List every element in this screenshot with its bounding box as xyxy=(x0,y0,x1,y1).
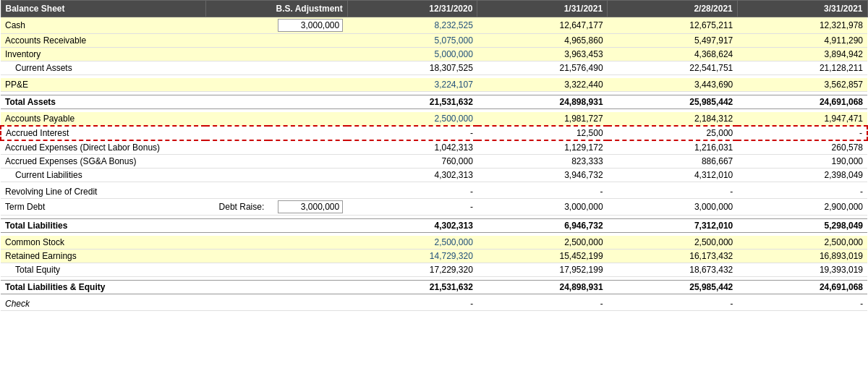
label-check: Check xyxy=(1,297,205,311)
mar2021-ppe: 3,562,857 xyxy=(737,78,867,92)
row-total-liabilities-equity: Total Liabilities & Equity21,531,63224,8… xyxy=(1,281,867,294)
adj-label-accounts-payable xyxy=(205,112,268,126)
feb2021-retained-earnings: 16,173,432 xyxy=(608,250,738,263)
adj-value-accrued-expenses-dl xyxy=(268,140,347,155)
jan2021-current-liabilities: 3,946,732 xyxy=(477,169,608,182)
jan2021-common-stock: 2,500,000 xyxy=(477,236,608,250)
adj-label-accrued-expenses-dl xyxy=(205,140,268,155)
jan2021-accounts-receivable: 4,965,860 xyxy=(477,34,608,48)
dec2020-current-liabilities: 4,302,313 xyxy=(347,169,477,182)
adj-value-accrued-expenses-sga xyxy=(268,155,347,169)
feb2021-cash: 12,675,211 xyxy=(608,17,738,34)
feb2021-accrued-interest: 25,000 xyxy=(608,126,738,140)
label-accrued-expenses-dl: Accrued Expenses (Direct Labor Bonus) xyxy=(1,140,205,155)
feb2021-accrued-expenses-dl: 1,216,031 xyxy=(608,140,738,155)
label-accrued-interest: Accrued Interest xyxy=(1,126,205,140)
label-total-equity: Total Equity xyxy=(1,263,205,277)
header-feb-2021: 2/28/2021 xyxy=(608,1,738,17)
adj-value-revolving-loc xyxy=(268,185,347,199)
mar2021-revolving-loc: - xyxy=(737,185,867,199)
adj-value-check xyxy=(268,297,347,311)
balance-sheet-table: Balance Sheet B.S. Adjustment 12/31/2020… xyxy=(0,0,868,311)
label-accounts-payable: Accounts Payable xyxy=(1,112,205,126)
jan2021-cash: 12,647,177 xyxy=(477,17,608,34)
label-revolving-loc: Revolving Line of Credit xyxy=(1,185,205,199)
mar2021-total-assets: 24,691,068 xyxy=(737,95,867,109)
dec2020-total-assets: 21,531,632 xyxy=(347,95,477,109)
row-accrued-interest: Accrued Interest-12,50025,000- xyxy=(1,126,867,140)
jan2021-revolving-loc: - xyxy=(477,185,608,199)
mar2021-accrued-expenses-dl: 260,578 xyxy=(737,140,867,155)
dec2020-accrued-interest: - xyxy=(347,126,477,140)
jan2021-check: - xyxy=(477,297,608,311)
adj-value-term-debt[interactable] xyxy=(268,199,347,216)
adj-label-revolving-loc xyxy=(205,185,268,199)
jan2021-current-assets: 21,576,490 xyxy=(477,61,608,75)
mar2021-total-equity: 19,393,019 xyxy=(737,263,867,277)
label-accounts-receivable: Accounts Receivable xyxy=(1,34,205,48)
label-total-liabilities-equity: Total Liabilities & Equity xyxy=(1,281,205,294)
dec2020-total-liabilities-equity: 21,531,632 xyxy=(347,281,477,294)
feb2021-revolving-loc: - xyxy=(608,185,738,199)
feb2021-total-liabilities-equity: 25,985,442 xyxy=(608,281,738,294)
feb2021-total-equity: 18,673,432 xyxy=(608,263,738,277)
header-mar-2021: 3/31/2021 xyxy=(737,1,867,17)
header-row: Balance Sheet B.S. Adjustment 12/31/2020… xyxy=(1,1,867,17)
header-balance-sheet: Balance Sheet xyxy=(1,1,205,17)
jan2021-inventory: 3,963,453 xyxy=(477,48,608,61)
mar2021-accounts-receivable: 4,911,290 xyxy=(737,34,867,48)
feb2021-total-liabilities: 7,312,010 xyxy=(608,219,738,233)
adj-value-inventory xyxy=(268,48,347,61)
mar2021-accounts-payable: 1,947,471 xyxy=(737,112,867,126)
dec2020-current-assets: 18,307,525 xyxy=(347,61,477,75)
header-bs-adjustment: B.S. Adjustment xyxy=(205,1,347,17)
dec2020-accounts-receivable: 5,075,000 xyxy=(347,34,477,48)
jan2021-total-liabilities-equity: 24,898,931 xyxy=(477,281,608,294)
row-accrued-expenses-sga: Accrued Expenses (SG&A Bonus)760,000823,… xyxy=(1,155,867,169)
dec2020-retained-earnings: 14,729,320 xyxy=(347,250,477,263)
adj-label-accounts-receivable xyxy=(205,34,268,48)
adj-label-current-assets xyxy=(205,61,268,75)
dec2020-inventory: 5,000,000 xyxy=(347,48,477,61)
adj-value-accounts-receivable xyxy=(268,34,347,48)
mar2021-accrued-interest: - xyxy=(737,126,867,140)
dec2020-accounts-payable: 2,500,000 xyxy=(347,112,477,126)
jan2021-retained-earnings: 15,452,199 xyxy=(477,250,608,263)
jan2021-term-debt: 3,000,000 xyxy=(477,199,608,216)
adj-input-term-debt[interactable] xyxy=(278,200,343,213)
label-ppe: PP&E xyxy=(1,78,205,92)
label-total-liabilities: Total Liabilities xyxy=(1,219,205,233)
mar2021-current-liabilities: 2,398,049 xyxy=(737,169,867,182)
dec2020-total-equity: 17,229,320 xyxy=(347,263,477,277)
mar2021-total-liabilities: 5,298,049 xyxy=(737,219,867,233)
mar2021-retained-earnings: 16,893,019 xyxy=(737,250,867,263)
row-cash: Cash8,232,52512,647,17712,675,21112,321,… xyxy=(1,17,867,34)
adj-label-total-liabilities-equity xyxy=(205,281,268,294)
jan2021-total-equity: 17,952,199 xyxy=(477,263,608,277)
row-total-equity: Total Equity17,229,32017,952,19918,673,4… xyxy=(1,263,867,277)
adj-value-common-stock xyxy=(268,236,347,250)
row-current-liabilities: Current Liabilities4,302,3133,946,7324,3… xyxy=(1,169,867,182)
row-revolving-loc: Revolving Line of Credit---- xyxy=(1,185,867,199)
adj-label-retained-earnings xyxy=(205,250,268,263)
feb2021-ppe: 3,443,690 xyxy=(608,78,738,92)
adj-label-cash xyxy=(205,17,268,34)
dec2020-check: - xyxy=(347,297,477,311)
jan2021-total-liabilities: 6,946,732 xyxy=(477,219,608,233)
adj-value-retained-earnings xyxy=(268,250,347,263)
label-accrued-expenses-sga: Accrued Expenses (SG&A Bonus) xyxy=(1,155,205,169)
jan2021-accrued-interest: 12,500 xyxy=(477,126,608,140)
dec2020-accrued-expenses-dl: 1,042,313 xyxy=(347,140,477,155)
adj-input-cash[interactable] xyxy=(278,19,343,32)
row-common-stock: Common Stock2,500,0002,500,0002,500,0002… xyxy=(1,236,867,250)
feb2021-accounts-receivable: 5,497,917 xyxy=(608,34,738,48)
jan2021-accrued-expenses-dl: 1,129,172 xyxy=(477,140,608,155)
adj-value-current-assets xyxy=(268,61,347,75)
adj-value-total-liabilities-equity xyxy=(268,281,347,294)
feb2021-common-stock: 2,500,000 xyxy=(608,236,738,250)
adj-label-accrued-expenses-sga xyxy=(205,155,268,169)
mar2021-check: - xyxy=(737,297,867,311)
adj-value-cash[interactable] xyxy=(268,17,347,34)
adj-value-total-assets xyxy=(268,95,347,109)
adj-label-accrued-interest xyxy=(205,126,268,140)
